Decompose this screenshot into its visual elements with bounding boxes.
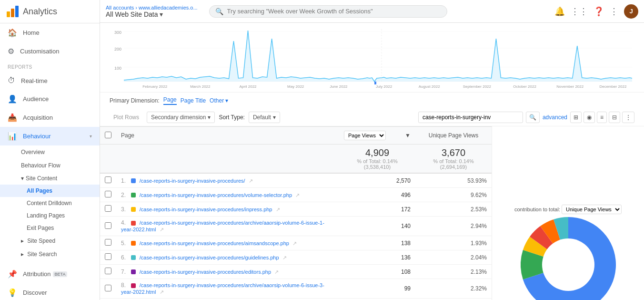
svg-rect-0 — [7, 11, 10, 17]
external-link-icon-4[interactable]: ↗ — [292, 240, 297, 246]
page-link-6[interactable]: /case-reports-in-surgery-invasive-proced… — [140, 269, 271, 275]
sort-type-dropdown[interactable]: Default ▾ — [249, 112, 280, 123]
row-checkbox-2[interactable] — [105, 205, 111, 212]
bar-view-button[interactable]: ≡ — [597, 112, 607, 123]
page-link-0[interactable]: /case-reports-in-surgery-invasive-proced… — [140, 178, 245, 184]
page-views-column-header: Page Views Sessions ▼ — [339, 127, 415, 145]
sidebar-site-search[interactable]: ▸ Site Search — [0, 248, 100, 261]
page-link-7[interactable]: /case-reports-in-surgery-invasive-proced… — [121, 282, 324, 295]
row-color-indicator-7 — [131, 283, 136, 288]
contribution-metric-select[interactable]: Unique Page Views Page Views — [562, 205, 622, 214]
right-panel: contribution to total: Unique Page Views… — [492, 126, 644, 300]
page-content: 300 200 100 February 2022 March 2022 Apr… — [100, 23, 644, 300]
sidebar-subitem-content-drilldown[interactable]: Content Drilldown — [0, 197, 100, 209]
external-link-icon-7[interactable]: ↗ — [160, 289, 164, 295]
user-avatar[interactable]: J — [624, 4, 638, 19]
page-views-sort-icon[interactable]: ▼ — [405, 132, 411, 139]
sidebar-subitem-all-pages[interactable]: All Pages — [0, 185, 100, 197]
sidebar-site-content-header[interactable]: ▾ Site Content — [0, 172, 100, 185]
sidebar-item-behaviour[interactable]: 📊 Behaviour ▾ — [0, 127, 100, 145]
sidebar-subitem-landing-pages-label: Landing Pages — [27, 212, 65, 219]
help-icon[interactable]: ❓ — [594, 6, 604, 17]
page-views-select[interactable]: Page Views Sessions — [344, 131, 386, 140]
primary-dimension-bar: Primary Dimension: Page Page Title Other… — [100, 93, 644, 109]
pct-cell-4: 1.93% — [415, 236, 492, 250]
page-link-5[interactable]: /case-reports-in-surgery-invasive-proced… — [140, 255, 279, 260]
row-checkbox-6[interactable] — [105, 268, 111, 274]
table-view-button[interactable]: ⊞ — [570, 112, 582, 123]
chart-container: 300 200 100 February 2022 March 2022 Apr… — [100, 23, 644, 93]
total-unique-page-views: 3,670 — [420, 147, 487, 158]
sidebar-item-acquisition[interactable]: 📥 Acquisition — [0, 108, 100, 127]
sidebar-item-discover[interactable]: 💡 Discover — [0, 283, 100, 300]
svg-text:April 2022: April 2022 — [239, 84, 257, 89]
sidebar-site-speed[interactable]: ▸ Site Speed — [0, 234, 100, 248]
page-link-1[interactable]: /case-reports-in-surgery-invasive-proced… — [140, 192, 292, 198]
more-view-button[interactable]: ⋮ — [622, 112, 634, 123]
more-icon[interactable]: ⋮ — [610, 6, 618, 17]
row-checkbox-5[interactable] — [105, 253, 111, 260]
search-input[interactable] — [227, 8, 441, 15]
page-views-cell-0: 2,570 — [339, 173, 415, 188]
property-name: All Web Site Data — [106, 10, 158, 18]
pivot-view-button[interactable]: ⊟ — [609, 112, 620, 123]
external-link-icon-6[interactable]: ↗ — [274, 269, 279, 275]
breadcrumb[interactable]: All accounts › www.alliedacademies.o... — [106, 5, 198, 10]
sidebar-subitem-landing-pages[interactable]: Landing Pages — [0, 209, 100, 222]
site-content-expand-icon: ▾ — [21, 175, 24, 182]
external-link-icon-5[interactable]: ↗ — [282, 255, 287, 260]
behaviour-icon: 📊 — [8, 132, 17, 141]
external-link-icon-2[interactable]: ↗ — [276, 207, 280, 212]
sidebar-item-customisation-label: Customisation — [20, 48, 59, 55]
sidebar-subitem-overview[interactable]: Overview — [0, 145, 100, 159]
sidebar-subitem-behaviour-flow[interactable]: Behaviour Flow — [0, 159, 100, 172]
page-link-2[interactable]: /case-reports-in-surgery-invasive-proced… — [140, 207, 272, 212]
secondary-dimension-chevron: ▾ — [208, 114, 211, 121]
apps-icon[interactable]: ⋮⋮ — [571, 6, 588, 17]
page-link-4[interactable]: /case-reports-in-surgery-invasive-proced… — [140, 240, 289, 246]
notifications-icon[interactable]: 🔔 — [554, 6, 565, 17]
secondary-dimension-dropdown[interactable]: Secondary dimension ▾ — [147, 112, 215, 123]
select-all-checkbox[interactable] — [105, 132, 111, 138]
sidebar-item-home[interactable]: 🏠 Home — [0, 23, 100, 42]
row-checkbox-7[interactable] — [105, 285, 111, 291]
plot-rows-button[interactable]: Plot Rows — [110, 112, 143, 123]
property-dropdown-icon[interactable]: ▾ — [160, 10, 163, 18]
svg-text:October 2022: October 2022 — [513, 84, 536, 89]
page-column-header: Page — [116, 127, 339, 145]
row-number-4: 5. — [121, 240, 126, 247]
row-checkbox-0[interactable] — [105, 176, 111, 183]
sidebar-item-realtime[interactable]: ⏱ Real-time — [0, 72, 100, 90]
dimension-other[interactable]: Other ▾ — [210, 97, 228, 104]
dimension-page-title[interactable]: Page Title — [181, 97, 206, 104]
table-row: 2. /case-reports-in-surgery-invasive-pro… — [100, 188, 492, 202]
property-title: All Web Site Data ▾ — [106, 10, 194, 18]
pie-view-button[interactable]: ◉ — [584, 112, 595, 123]
sidebar-subitem-overview-label: Overview — [21, 149, 45, 155]
contribution-header: contribution to total: Unique Page Views… — [514, 205, 622, 214]
search-bar[interactable]: 🔍 — [209, 5, 447, 18]
site-search-expand-icon: ▸ — [21, 251, 24, 258]
row-checkbox-1[interactable] — [105, 191, 111, 197]
sidebar-item-audience[interactable]: 👤 Audience — [0, 90, 100, 108]
row-checkbox-3[interactable] — [105, 222, 111, 229]
advanced-link[interactable]: advanced — [543, 114, 567, 121]
sidebar-item-customisation[interactable]: ⚙ Customisation — [0, 42, 100, 61]
filter-search-button[interactable]: 🔍 — [526, 112, 540, 123]
pie-chart — [521, 217, 616, 300]
external-link-icon-3[interactable]: ↗ — [160, 227, 164, 232]
external-link-icon-0[interactable]: ↗ — [249, 178, 253, 184]
external-link-icon-1[interactable]: ↗ — [295, 192, 300, 198]
filter-input[interactable] — [418, 112, 523, 123]
page-views-cell-6: 108 — [339, 265, 415, 279]
page-header-label: Page — [121, 132, 134, 139]
row-color-indicator-0 — [131, 178, 136, 183]
dimension-page[interactable]: Page — [163, 96, 177, 105]
row-number-0: 1. — [121, 177, 126, 184]
svg-text:July 2022: July 2022 — [376, 84, 392, 89]
data-table: Page Page Views Sessions ▼ — [100, 126, 492, 300]
sidebar-subitem-exit-pages[interactable]: Exit Pages — [0, 222, 100, 234]
sidebar-item-attribution[interactable]: 📌 Attribution BETA — [0, 265, 100, 283]
row-checkbox-4[interactable] — [105, 239, 111, 246]
page-link-3[interactable]: /case-reports-in-surgery-invasive-proced… — [121, 220, 324, 232]
